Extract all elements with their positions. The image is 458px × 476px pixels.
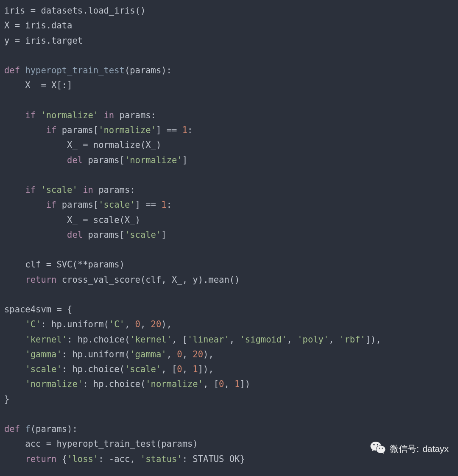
wechat-icon: [369, 439, 386, 458]
wechat-label: 微信号:: [390, 443, 419, 455]
code-block: iris = datasets.load_iris() X = iris.dat…: [0, 0, 458, 467]
wechat-watermark: 微信号: datayx: [369, 439, 449, 458]
wechat-handle: datayx: [422, 444, 449, 454]
